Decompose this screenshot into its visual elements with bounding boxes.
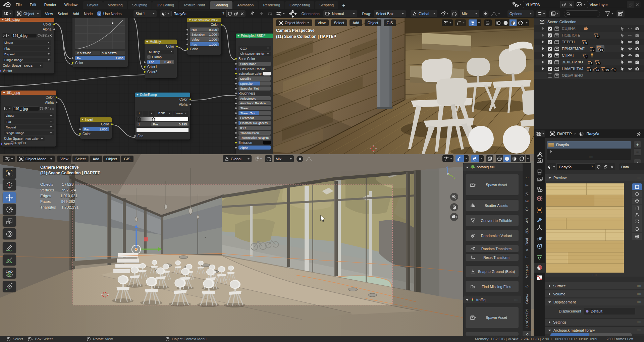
svg-text:y: y <box>454 176 455 179</box>
svg-text:CAD: CAD <box>6 270 13 273</box>
svg-text:z: z <box>446 165 448 168</box>
